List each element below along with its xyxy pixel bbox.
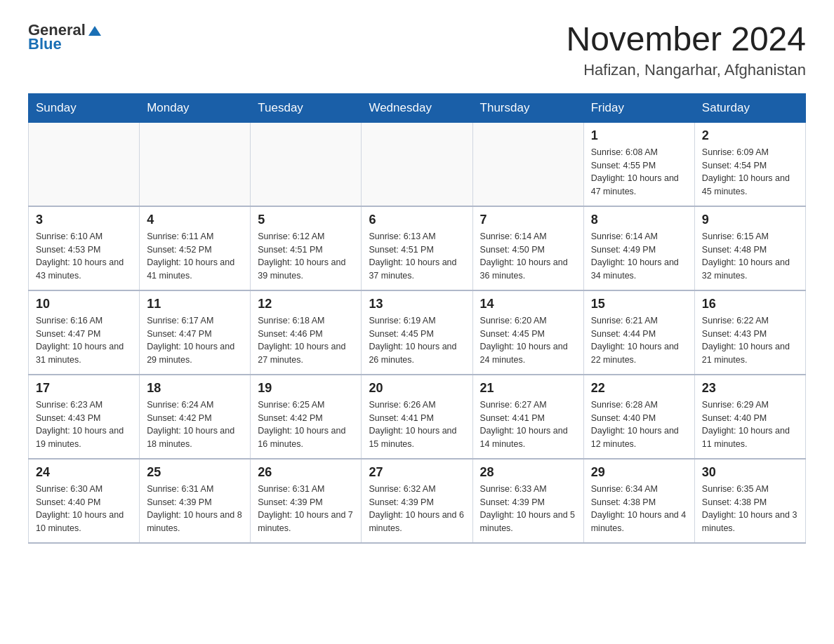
day-info: Sunrise: 6:13 AMSunset: 4:51 PMDaylight:…: [369, 230, 465, 283]
day-info: Sunrise: 6:19 AMSunset: 4:45 PMDaylight:…: [369, 314, 465, 367]
day-info: Sunrise: 6:34 AMSunset: 4:38 PMDaylight:…: [591, 483, 687, 535]
calendar-header-row: SundayMondayTuesdayWednesdayThursdayFrid…: [29, 93, 806, 122]
day-number: 30: [702, 465, 798, 480]
calendar-title: November 2024: [566, 21, 806, 58]
svg-marker-0: [88, 26, 101, 36]
calendar-cell: 11Sunrise: 6:17 AMSunset: 4:47 PMDayligh…: [140, 290, 251, 375]
day-number: 5: [258, 213, 354, 227]
weekday-header-thursday: Thursday: [472, 93, 583, 122]
calendar-cell: 6Sunrise: 6:13 AMSunset: 4:51 PMDaylight…: [362, 206, 472, 290]
calendar-cell: 1Sunrise: 6:08 AMSunset: 4:55 PMDaylight…: [583, 122, 694, 206]
calendar-cell: [29, 122, 140, 206]
calendar-cell: 28Sunrise: 6:33 AMSunset: 4:39 PMDayligh…: [472, 459, 583, 543]
day-number: 14: [480, 297, 576, 311]
day-info: Sunrise: 6:31 AMSunset: 4:39 PMDaylight:…: [258, 483, 354, 535]
day-number: 9: [702, 213, 798, 227]
day-info: Sunrise: 6:24 AMSunset: 4:42 PMDaylight:…: [147, 398, 243, 451]
day-info: Sunrise: 6:14 AMSunset: 4:50 PMDaylight:…: [480, 230, 576, 283]
day-info: Sunrise: 6:08 AMSunset: 4:55 PMDaylight:…: [591, 146, 687, 199]
calendar-cell: 16Sunrise: 6:22 AMSunset: 4:43 PMDayligh…: [694, 290, 805, 375]
calendar-week-row: 10Sunrise: 6:16 AMSunset: 4:47 PMDayligh…: [29, 290, 806, 375]
calendar-cell: 24Sunrise: 6:30 AMSunset: 4:40 PMDayligh…: [29, 459, 140, 543]
day-number: 7: [480, 213, 576, 227]
day-number: 1: [591, 128, 687, 143]
calendar-cell: [140, 122, 251, 206]
day-info: Sunrise: 6:29 AMSunset: 4:40 PMDaylight:…: [702, 398, 798, 451]
day-info: Sunrise: 6:33 AMSunset: 4:39 PMDaylight:…: [480, 483, 576, 535]
day-number: 3: [36, 213, 132, 227]
day-number: 13: [369, 297, 465, 311]
calendar-cell: 19Sunrise: 6:25 AMSunset: 4:42 PMDayligh…: [251, 375, 362, 459]
day-number: 2: [702, 128, 798, 143]
weekday-header-monday: Monday: [140, 93, 251, 122]
day-info: Sunrise: 6:23 AMSunset: 4:43 PMDaylight:…: [36, 398, 132, 451]
day-info: Sunrise: 6:31 AMSunset: 4:39 PMDaylight:…: [147, 483, 243, 535]
day-number: 17: [36, 381, 132, 396]
day-info: Sunrise: 6:16 AMSunset: 4:47 PMDaylight:…: [36, 314, 132, 367]
day-info: Sunrise: 6:32 AMSunset: 4:39 PMDaylight:…: [369, 483, 465, 535]
day-number: 4: [147, 213, 243, 227]
calendar-cell: 10Sunrise: 6:16 AMSunset: 4:47 PMDayligh…: [29, 290, 140, 375]
calendar-cell: 3Sunrise: 6:10 AMSunset: 4:53 PMDaylight…: [29, 206, 140, 290]
page-header: General Blue November 2024 Hafizan, Nang…: [28, 21, 806, 79]
day-number: 11: [147, 297, 243, 311]
weekday-header-sunday: Sunday: [29, 93, 140, 122]
day-number: 20: [369, 381, 465, 396]
day-info: Sunrise: 6:30 AMSunset: 4:40 PMDaylight:…: [36, 483, 132, 535]
day-number: 25: [147, 465, 243, 480]
day-number: 22: [591, 381, 687, 396]
calendar-cell: 2Sunrise: 6:09 AMSunset: 4:54 PMDaylight…: [694, 122, 805, 206]
calendar-week-row: 1Sunrise: 6:08 AMSunset: 4:55 PMDaylight…: [29, 122, 806, 206]
day-info: Sunrise: 6:28 AMSunset: 4:40 PMDaylight:…: [591, 398, 687, 451]
calendar-cell: 13Sunrise: 6:19 AMSunset: 4:45 PMDayligh…: [362, 290, 472, 375]
calendar-cell: 14Sunrise: 6:20 AMSunset: 4:45 PMDayligh…: [472, 290, 583, 375]
calendar-cell: 4Sunrise: 6:11 AMSunset: 4:52 PMDaylight…: [140, 206, 251, 290]
day-number: 28: [480, 465, 576, 480]
logo-triangle-icon: [87, 23, 102, 39]
day-info: Sunrise: 6:25 AMSunset: 4:42 PMDaylight:…: [258, 398, 354, 451]
calendar-cell: 27Sunrise: 6:32 AMSunset: 4:39 PMDayligh…: [362, 459, 472, 543]
calendar-cell: 7Sunrise: 6:14 AMSunset: 4:50 PMDaylight…: [472, 206, 583, 290]
weekday-header-wednesday: Wednesday: [362, 93, 472, 122]
calendar-cell: [251, 122, 362, 206]
day-number: 27: [369, 465, 465, 480]
day-info: Sunrise: 6:18 AMSunset: 4:46 PMDaylight:…: [258, 314, 354, 367]
day-info: Sunrise: 6:09 AMSunset: 4:54 PMDaylight:…: [702, 146, 798, 199]
day-info: Sunrise: 6:26 AMSunset: 4:41 PMDaylight:…: [369, 398, 465, 451]
day-number: 15: [591, 297, 687, 311]
logo-blue-text: Blue: [28, 35, 62, 53]
day-number: 16: [702, 297, 798, 311]
day-info: Sunrise: 6:27 AMSunset: 4:41 PMDaylight:…: [480, 398, 576, 451]
calendar-cell: 26Sunrise: 6:31 AMSunset: 4:39 PMDayligh…: [251, 459, 362, 543]
day-info: Sunrise: 6:15 AMSunset: 4:48 PMDaylight:…: [702, 230, 798, 283]
calendar-cell: 5Sunrise: 6:12 AMSunset: 4:51 PMDaylight…: [251, 206, 362, 290]
logo: General Blue: [28, 21, 102, 53]
calendar-cell: 17Sunrise: 6:23 AMSunset: 4:43 PMDayligh…: [29, 375, 140, 459]
calendar-cell: 23Sunrise: 6:29 AMSunset: 4:40 PMDayligh…: [694, 375, 805, 459]
day-number: 24: [36, 465, 132, 480]
day-info: Sunrise: 6:21 AMSunset: 4:44 PMDaylight:…: [591, 314, 687, 367]
day-info: Sunrise: 6:12 AMSunset: 4:51 PMDaylight:…: [258, 230, 354, 283]
day-number: 6: [369, 213, 465, 227]
calendar-cell: 8Sunrise: 6:14 AMSunset: 4:49 PMDaylight…: [583, 206, 694, 290]
calendar-cell: 15Sunrise: 6:21 AMSunset: 4:44 PMDayligh…: [583, 290, 694, 375]
day-number: 21: [480, 381, 576, 396]
calendar-cell: [362, 122, 472, 206]
day-info: Sunrise: 6:22 AMSunset: 4:43 PMDaylight:…: [702, 314, 798, 367]
calendar-subtitle: Hafizan, Nangarhar, Afghanistan: [566, 61, 806, 79]
calendar-cell: 25Sunrise: 6:31 AMSunset: 4:39 PMDayligh…: [140, 459, 251, 543]
calendar-week-row: 17Sunrise: 6:23 AMSunset: 4:43 PMDayligh…: [29, 375, 806, 459]
day-info: Sunrise: 6:14 AMSunset: 4:49 PMDaylight:…: [591, 230, 687, 283]
weekday-header-friday: Friday: [583, 93, 694, 122]
day-info: Sunrise: 6:10 AMSunset: 4:53 PMDaylight:…: [36, 230, 132, 283]
day-number: 12: [258, 297, 354, 311]
day-number: 10: [36, 297, 132, 311]
calendar-week-row: 3Sunrise: 6:10 AMSunset: 4:53 PMDaylight…: [29, 206, 806, 290]
calendar-cell: 20Sunrise: 6:26 AMSunset: 4:41 PMDayligh…: [362, 375, 472, 459]
calendar-table: SundayMondayTuesdayWednesdayThursdayFrid…: [28, 93, 806, 544]
day-info: Sunrise: 6:20 AMSunset: 4:45 PMDaylight:…: [480, 314, 576, 367]
title-area: November 2024 Hafizan, Nangarhar, Afghan…: [566, 21, 806, 79]
day-number: 8: [591, 213, 687, 227]
calendar-cell: 12Sunrise: 6:18 AMSunset: 4:46 PMDayligh…: [251, 290, 362, 375]
day-number: 23: [702, 381, 798, 396]
